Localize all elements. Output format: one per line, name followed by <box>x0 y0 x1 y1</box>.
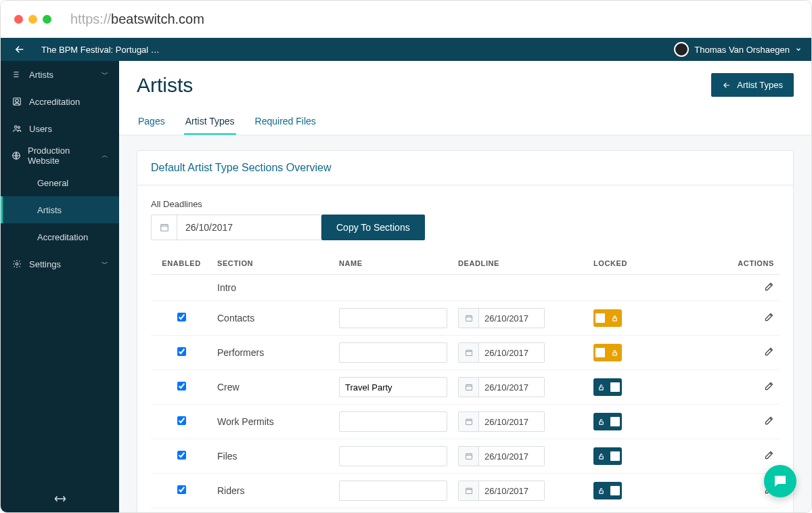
sidebar-item-production-website[interactable]: Production Website︿ <box>1 142 119 169</box>
copy-to-sections-button[interactable]: Copy To Sections <box>321 215 425 240</box>
svg-rect-15 <box>466 454 472 460</box>
deadline-input[interactable] <box>458 481 545 501</box>
col-section: SECTION <box>212 252 334 275</box>
sidebar-sub-general[interactable]: General <box>1 169 119 196</box>
pencil-icon <box>764 282 774 292</box>
enabled-checkbox[interactable] <box>177 313 186 321</box>
section-label: Riders <box>212 474 334 508</box>
table-row: Work Permits <box>151 405 780 439</box>
section-label: Files <box>212 439 334 474</box>
sidebar-item-settings[interactable]: Settings﹀ <box>1 250 119 277</box>
edit-button[interactable] <box>764 282 774 292</box>
calendar-icon <box>459 447 479 466</box>
col-deadline: DEADLINE <box>453 252 588 275</box>
tab-required-files[interactable]: Required Files <box>254 109 317 135</box>
all-deadlines-input[interactable] <box>151 215 321 240</box>
name-input[interactable] <box>339 481 447 501</box>
lock-toggle[interactable] <box>593 378 622 396</box>
user-menu[interactable]: Thomas Van Orshaegen <box>674 42 811 57</box>
unlock-icon <box>593 378 608 396</box>
sections-table: ENABLED SECTION NAME DEADLINE LOCKED ACT… <box>151 252 780 512</box>
svg-rect-17 <box>466 489 472 494</box>
name-input[interactable] <box>339 411 447 432</box>
sidebar-sub-artists[interactable]: Artists <box>1 196 119 223</box>
sidebar-item-artists[interactable]: Artists﹀ <box>1 61 119 88</box>
enabled-checkbox[interactable] <box>177 485 186 494</box>
enabled-checkbox[interactable] <box>177 347 186 356</box>
sidebar-sub-accreditation[interactable]: Accreditation <box>1 223 119 250</box>
lock-toggle[interactable] <box>593 447 622 465</box>
sidebar-icon <box>12 259 22 269</box>
lock-toggle[interactable] <box>593 309 622 327</box>
sidebar-item-accreditation[interactable]: Accreditation <box>1 88 119 115</box>
edit-button[interactable] <box>764 381 774 391</box>
name-input[interactable] <box>339 446 447 466</box>
tab-pages[interactable]: Pages <box>137 109 166 135</box>
section-label: Performers <box>212 336 334 370</box>
name-input[interactable] <box>339 377 447 397</box>
calendar-icon <box>459 343 479 362</box>
lock-icon <box>607 344 622 361</box>
chevron-down-icon <box>795 46 802 53</box>
svg-point-0 <box>16 99 19 103</box>
sidebar-item-label: Users <box>29 124 52 134</box>
lock-icon <box>607 309 622 327</box>
window-maximize-icon[interactable] <box>43 15 51 24</box>
edit-button[interactable] <box>764 312 774 322</box>
lock-toggle[interactable] <box>593 413 622 430</box>
window-minimize-icon[interactable] <box>28 15 37 24</box>
enabled-checkbox[interactable] <box>177 451 186 460</box>
avatar <box>674 42 689 57</box>
edit-button[interactable] <box>764 347 774 357</box>
name-input[interactable] <box>339 308 447 328</box>
deadline-input[interactable] <box>458 377 545 397</box>
sidebar-item-users[interactable]: Users <box>1 115 119 142</box>
lock-toggle[interactable] <box>593 344 622 361</box>
url-bar[interactable]: https://beatswitch.com <box>70 12 204 27</box>
sections-panel: Default Artist Type Sections Overview Al… <box>137 150 794 512</box>
window-close-icon[interactable] <box>14 15 23 24</box>
tabs: PagesArtist TypesRequired Files <box>137 109 794 135</box>
svg-rect-11 <box>466 385 472 391</box>
deadline-input[interactable] <box>458 446 545 466</box>
artist-types-button[interactable]: Artist Types <box>711 73 794 97</box>
name-input[interactable] <box>339 342 447 363</box>
deadline-input[interactable] <box>458 342 545 363</box>
calendar-icon <box>152 215 177 240</box>
pencil-icon <box>764 416 774 426</box>
section-label: Crew <box>212 370 334 405</box>
browser-chrome: https://beatswitch.com <box>1 1 811 38</box>
table-row: Contacts <box>151 301 780 336</box>
enabled-checkbox[interactable] <box>177 382 186 391</box>
all-deadlines-label: All Deadlines <box>151 199 780 209</box>
edit-button[interactable] <box>764 450 774 460</box>
table-row: Performers <box>151 336 780 370</box>
back-button[interactable] <box>1 38 39 61</box>
col-enabled: ENABLED <box>151 252 212 275</box>
section-label: Inbound / Outbound <box>212 508 334 513</box>
col-locked: LOCKED <box>588 252 730 275</box>
svg-rect-9 <box>466 351 472 356</box>
deadline-input[interactable] <box>458 308 545 328</box>
svg-rect-6 <box>160 225 168 231</box>
main-content: Artists Artist Types PagesArtist TypesRe… <box>119 61 811 512</box>
pencil-icon <box>764 312 774 322</box>
sidebar-icon <box>12 70 22 79</box>
lock-toggle[interactable] <box>593 482 622 499</box>
section-label: Contacts <box>212 301 334 336</box>
table-row: Intro <box>151 275 780 301</box>
sidebar-item-label: Artists <box>29 70 53 80</box>
deadline-input[interactable] <box>458 411 545 432</box>
sidebar-collapse-button[interactable] <box>1 485 119 512</box>
pencil-icon <box>764 347 774 357</box>
svg-rect-8 <box>612 318 616 321</box>
enabled-checkbox[interactable] <box>177 416 186 425</box>
table-row: Files <box>151 439 780 474</box>
svg-rect-7 <box>466 316 472 321</box>
chat-fab[interactable] <box>764 465 796 497</box>
user-name: Thomas Van Orshaegen <box>694 45 790 55</box>
edit-button[interactable] <box>764 416 774 426</box>
unlock-icon <box>593 413 608 430</box>
svg-rect-12 <box>599 387 603 390</box>
tab-artist-types[interactable]: Artist Types <box>184 109 236 135</box>
